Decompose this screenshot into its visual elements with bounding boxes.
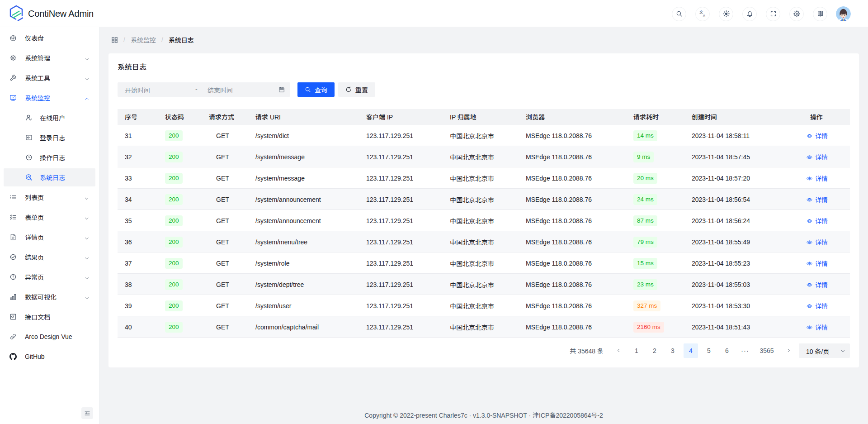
svg-text:A: A <box>703 14 705 18</box>
